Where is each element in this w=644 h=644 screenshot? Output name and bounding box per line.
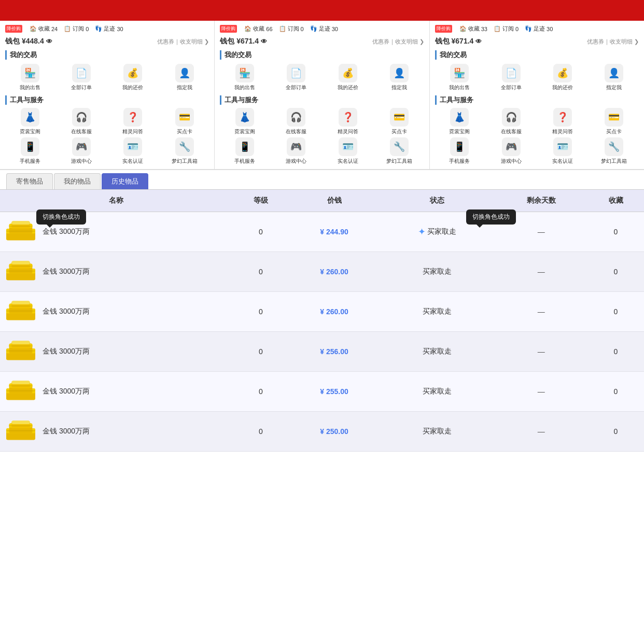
tool-item[interactable]: 🎮 游戏中心 — [272, 137, 321, 165]
trade-label: 我的出售 — [234, 84, 255, 91]
tool-label: 实名认证 — [122, 158, 143, 165]
tools-section-title: 工具与服务 — [220, 95, 424, 105]
tool-item[interactable]: ❓ 精灵问答 — [538, 108, 587, 135]
page-header — [0, 0, 644, 21]
tool-icon: 💳 — [175, 108, 194, 127]
tool-item[interactable]: 🔧 梦幻工具箱 — [590, 137, 639, 165]
trade-item[interactable]: 🏪 我的出售 — [220, 64, 269, 91]
tool-item[interactable]: 🎮 游戏中心 — [486, 137, 536, 165]
tool-item[interactable]: 🪪 实名认证 — [108, 137, 158, 165]
tool-icon: ❓ — [123, 108, 142, 127]
tool-icon: 👗 — [21, 108, 39, 127]
tool-item[interactable]: ❓ 精灵问答 — [323, 108, 372, 135]
stat-value: 0 — [86, 26, 89, 32]
tool-item[interactable]: 👗 霓裳宝阁 — [5, 108, 54, 135]
tool-item[interactable]: 👗 霓裳宝阁 — [220, 108, 269, 135]
tool-item[interactable]: 🎧 在线客服 — [486, 108, 536, 135]
trade-icon: 🏪 — [235, 64, 254, 82]
trade-item[interactable]: 🏪 我的出售 — [5, 64, 54, 91]
tool-item[interactable]: 💳 买点卡 — [590, 108, 639, 135]
item-name: 金钱 3000万两 — [43, 427, 90, 436]
tool-icon: 📱 — [235, 137, 254, 156]
tab-历史物品[interactable]: 历史物品 — [102, 173, 148, 189]
trade-section-title: 我的交易 — [220, 50, 424, 60]
wallet-links[interactable]: 优惠券｜收支明细 ❯ — [372, 38, 424, 46]
tools-row1-grid: 👗 霓裳宝阁 🎧 在线客服 ❓ 精灵问答 💳 买点卡 — [220, 108, 424, 135]
tool-item[interactable]: 💳 买点卡 — [160, 108, 209, 135]
tool-item[interactable]: 🪪 实名认证 — [538, 137, 587, 165]
column-header: 剩余天数 — [495, 190, 587, 212]
tool-label: 手机服务 — [449, 158, 470, 165]
tool-label: 梦幻工具箱 — [386, 158, 412, 165]
stat-value: 66 — [266, 26, 272, 32]
wallet-row: 钱包 ¥671.4 👁 优惠券｜收支明细 ❯ — [220, 37, 424, 46]
tool-item[interactable]: 📱 手机服务 — [5, 137, 54, 165]
price-value: ¥ 244.90 — [320, 228, 348, 236]
trade-item[interactable]: 👤 指定我 — [160, 64, 209, 91]
switch-role-tooltip: 切换角色成功 — [466, 209, 516, 225]
status-text: 买家取走 — [423, 267, 452, 275]
tab-寄售物品[interactable]: 寄售物品 — [6, 173, 53, 189]
wallet-links[interactable]: 优惠券｜收支明细 ❯ — [587, 38, 639, 46]
stat-label: 订阅 — [288, 25, 299, 33]
trade-icon: 💰 — [553, 64, 572, 82]
tool-item[interactable]: 🎧 在线客服 — [57, 108, 106, 135]
trade-item[interactable]: 📄 全部订单 — [486, 64, 536, 91]
trade-item[interactable]: 💰 我的还价 — [108, 64, 158, 91]
trade-item[interactable]: 💰 我的还价 — [323, 64, 372, 91]
column-header: 收藏 — [587, 190, 644, 212]
tool-item[interactable]: 🎧 在线客服 — [272, 108, 321, 135]
tool-label: 游戏中心 — [501, 158, 522, 165]
stat-value: 30 — [117, 26, 123, 32]
status-text: 买家取走 — [423, 387, 452, 395]
switch-role-tooltip: 切换角色成功 — [36, 209, 86, 225]
column-header: 等级 — [232, 190, 289, 212]
tab-我的物品[interactable]: 我的物品 — [54, 173, 101, 189]
trade-item[interactable]: 📄 全部订单 — [57, 64, 106, 91]
trade-icon: 🏪 — [450, 64, 469, 82]
tool-icon: 🔧 — [175, 137, 194, 156]
status-text: 买家取走 — [427, 227, 456, 235]
trade-icon: 💰 — [339, 64, 357, 82]
stat-label: 订阅 — [502, 25, 514, 33]
tool-label: 买点卡 — [391, 128, 407, 135]
trade-item[interactable]: 💰 我的还价 — [538, 64, 587, 91]
trade-icon: 👤 — [175, 64, 194, 82]
tool-label: 手机服务 — [20, 158, 40, 165]
wallet-amount: 钱包 ¥671.4 👁 — [435, 37, 482, 46]
tool-label: 实名认证 — [338, 158, 358, 165]
tool-item[interactable]: 🪪 实名认证 — [323, 137, 372, 165]
tool-label: 精灵问答 — [122, 128, 143, 135]
tool-label: 精灵问答 — [338, 128, 358, 135]
tool-label: 梦幻工具箱 — [172, 158, 198, 165]
discount-badge: 降价购 — [435, 25, 452, 33]
tool-item[interactable]: 💳 买点卡 — [374, 108, 424, 135]
trade-icon: 📄 — [287, 64, 305, 82]
tool-item[interactable]: 🎮 游戏中心 — [57, 137, 106, 165]
item-level: 0 — [232, 292, 289, 332]
tool-label: 在线客服 — [71, 128, 92, 135]
trade-item[interactable]: 👤 指定我 — [590, 64, 639, 91]
item-status: 买家取走 — [380, 292, 495, 332]
item-name-cell: 金钱 3000万两 — [0, 332, 232, 372]
trade-item[interactable]: 👤 指定我 — [374, 64, 424, 91]
wallet-links[interactable]: 优惠券｜收支明细 ❯ — [157, 38, 209, 46]
tool-item[interactable]: ❓ 精灵问答 — [108, 108, 158, 135]
tool-item[interactable]: 🔧 梦幻工具箱 — [374, 137, 424, 165]
item-remaining: — — [495, 332, 587, 372]
item-status: 买家取走 — [380, 372, 495, 412]
discount-badge: 降价购 — [220, 25, 237, 33]
trade-item[interactable]: 🏪 我的出售 — [435, 64, 484, 91]
tool-item[interactable]: 📱 手机服务 — [435, 137, 484, 165]
tool-label: 实名认证 — [552, 158, 573, 165]
tool-icon: 🪪 — [339, 137, 357, 156]
trade-item[interactable]: 📄 全部订单 — [272, 64, 321, 91]
tool-item[interactable]: 🔧 梦幻工具箱 — [160, 137, 209, 165]
item-name: 金钱 3000万两 — [43, 267, 90, 276]
item-name-cell: 金钱 3000万两 — [0, 252, 232, 292]
price-value: ¥ 255.00 — [320, 387, 348, 396]
stat-item: 👣 足迹 30 — [525, 25, 553, 33]
tool-item[interactable]: 📱 手机服务 — [220, 137, 269, 165]
tool-item[interactable]: 👗 霓裳宝阁 — [435, 108, 484, 135]
item-level: 0 — [232, 252, 289, 292]
